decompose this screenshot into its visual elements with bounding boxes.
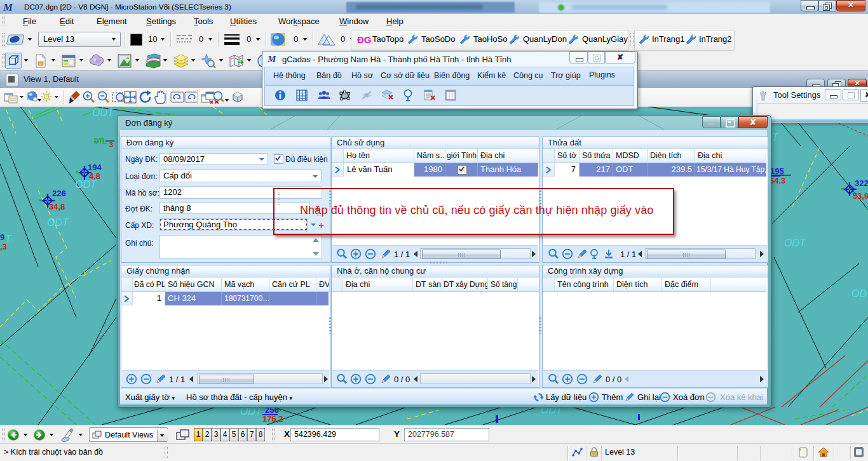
svg-text:53,9: 53,9	[853, 191, 868, 201]
svg-text:9: 9	[0, 232, 4, 242]
svg-text:ODT: ODT	[47, 217, 69, 228]
svg-text:OD: OD	[851, 288, 867, 299]
svg-text:322: 322	[855, 178, 868, 188]
svg-text:ĐTL: ĐTL	[94, 138, 106, 145]
svg-text:ODT: ODT	[784, 237, 806, 248]
svg-text:54.3: 54.3	[770, 176, 785, 185]
svg-text:34,8: 34,8	[49, 202, 65, 211]
svg-text:195: 195	[770, 166, 784, 176]
svg-text:194: 194	[88, 163, 102, 172]
svg-text:176,2: 176,2	[262, 414, 283, 424]
svg-text:ODT: ODT	[92, 107, 114, 118]
svg-text:M: M	[3, 1, 13, 13]
svg-text:3: 3	[109, 141, 113, 149]
svg-text:226: 226	[52, 189, 66, 198]
svg-text:T: T	[5, 234, 12, 244]
svg-text:ODT: ODT	[75, 179, 97, 190]
svg-text:M: M	[268, 54, 276, 64]
